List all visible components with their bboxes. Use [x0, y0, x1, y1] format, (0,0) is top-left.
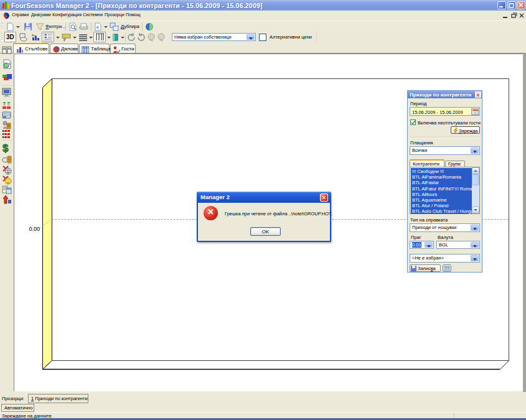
svg-text:Avg: Avg	[32, 34, 36, 37]
svg-text:$: $	[2, 142, 9, 154]
svg-text:0.00: 0.00	[29, 226, 40, 232]
